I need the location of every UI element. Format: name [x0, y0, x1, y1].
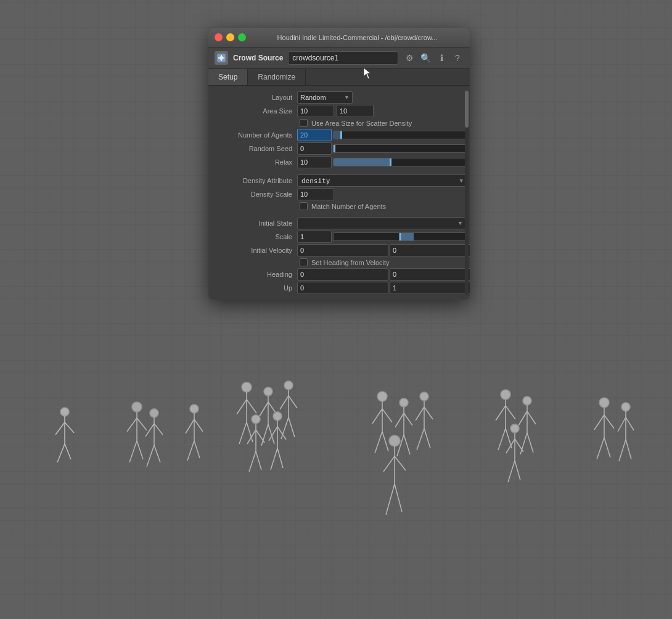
svg-line-40 — [281, 417, 289, 439]
num-agents-controls — [297, 129, 467, 141]
area-size-label: Area Size — [211, 107, 297, 115]
svg-line-46 — [249, 451, 256, 472]
initial-state-dropdown[interactable]: ▼ — [297, 217, 467, 229]
svg-point-109 — [219, 56, 223, 60]
random-seed-slider[interactable] — [333, 144, 467, 153]
svg-line-20 — [186, 419, 194, 433]
num-agents-label: Number of Agents — [211, 131, 297, 139]
area-size-controls — [297, 105, 467, 117]
svg-line-70 — [417, 428, 424, 450]
svg-line-28 — [239, 422, 247, 444]
scrollbar[interactable] — [465, 91, 469, 295]
initial-velocity-row: Initial Velocity — [208, 244, 470, 257]
svg-line-22 — [187, 441, 194, 461]
num-agents-input[interactable] — [297, 129, 332, 141]
titlebar: Houdini Indie Limited-Commercial - /obj/… — [208, 28, 470, 47]
content-area: Layout Random ▼ Area Size Use Area Size … — [208, 86, 470, 300]
svg-line-106 — [619, 440, 626, 461]
heading-y-input[interactable] — [390, 268, 470, 281]
scale-input[interactable] — [297, 231, 332, 243]
svg-line-101 — [604, 438, 610, 457]
svg-line-26 — [237, 400, 247, 414]
heading-x-input[interactable] — [297, 268, 388, 281]
density-scale-label: Density Scale — [211, 191, 297, 198]
svg-line-2 — [55, 422, 65, 435]
svg-line-69 — [424, 407, 433, 419]
svg-point-102 — [621, 403, 630, 411]
match-number-label: Match Number of Agents — [311, 203, 386, 210]
svg-line-41 — [289, 417, 295, 437]
svg-line-21 — [194, 419, 203, 432]
svg-line-5 — [65, 444, 71, 459]
svg-line-107 — [626, 440, 631, 459]
info-icon-button[interactable]: ℹ — [435, 52, 448, 64]
svg-point-24 — [242, 382, 252, 392]
svg-line-86 — [518, 411, 527, 425]
scale-slider[interactable] — [333, 232, 467, 241]
svg-line-32 — [260, 402, 268, 416]
use-area-size-label: Use Area Size for Scatter Density — [311, 120, 412, 127]
heading-row: Heading — [208, 268, 470, 281]
initial-velocity-controls — [297, 244, 470, 256]
svg-line-3 — [65, 422, 74, 433]
svg-line-100 — [597, 438, 604, 459]
relax-slider[interactable] — [333, 158, 467, 166]
tab-randomize[interactable]: Randomize — [248, 69, 306, 85]
svg-line-38 — [280, 396, 289, 409]
search-icon-button[interactable]: 🔍 — [419, 52, 432, 64]
svg-line-74 — [383, 456, 395, 472]
gear-icon-button[interactable]: ⚙ — [403, 52, 416, 64]
help-icon-button[interactable]: ? — [451, 52, 464, 64]
heading-controls — [297, 268, 470, 281]
velocity-x-input[interactable] — [297, 244, 388, 256]
relax-row: Relax — [208, 155, 470, 169]
num-agents-slider[interactable] — [333, 131, 467, 139]
layout-dropdown[interactable]: Random ▼ — [297, 91, 353, 104]
scroll-thumb[interactable] — [465, 91, 469, 128]
density-scale-input[interactable] — [297, 188, 334, 200]
window-title: Houdini Indie Limited-Commercial - /obj/… — [251, 34, 464, 41]
density-attr-dropdown[interactable]: density ▼ — [297, 174, 467, 187]
match-number-checkbox[interactable] — [300, 202, 308, 210]
svg-line-58 — [375, 432, 382, 453]
use-area-size-checkbox[interactable] — [300, 119, 308, 127]
close-button[interactable] — [215, 33, 223, 41]
traffic-lights — [215, 33, 246, 41]
svg-line-62 — [395, 413, 404, 427]
random-seed-label: Random Seed — [211, 145, 297, 152]
area-size-x-input[interactable] — [297, 105, 334, 117]
node-name-input[interactable] — [288, 51, 398, 65]
svg-point-30 — [264, 387, 272, 396]
up-y-input[interactable] — [390, 282, 470, 294]
header-icons: ⚙ 🔍 ℹ ? — [403, 52, 464, 64]
tab-setup[interactable]: Setup — [208, 69, 248, 85]
svg-line-23 — [194, 441, 200, 458]
node-type-label: Crowd Source — [233, 54, 283, 62]
state-dropdown-arrow: ▼ — [457, 220, 463, 226]
svg-line-15 — [154, 424, 163, 435]
node-header: Crowd Source ⚙ 🔍 ℹ ? — [208, 47, 470, 69]
density-dropdown-arrow: ▼ — [460, 178, 463, 184]
initial-velocity-label: Initial Velocity — [211, 247, 297, 254]
svg-line-45 — [256, 430, 264, 443]
relax-input[interactable] — [297, 156, 332, 168]
density-attr-row: Density Attribute density ▼ — [208, 174, 470, 187]
density-attr-label: Density Attribute — [211, 177, 297, 184]
svg-line-59 — [382, 432, 388, 451]
svg-line-76 — [386, 484, 395, 515]
svg-line-75 — [395, 456, 406, 470]
svg-line-105 — [626, 417, 634, 430]
spacer-2 — [208, 211, 470, 216]
svg-line-63 — [404, 413, 412, 425]
velocity-y-input[interactable] — [390, 244, 470, 256]
minimize-button[interactable] — [226, 33, 234, 41]
svg-point-0 — [60, 408, 69, 416]
up-row: Up — [208, 281, 470, 295]
random-seed-input[interactable] — [297, 142, 332, 155]
svg-line-17 — [154, 445, 160, 462]
maximize-button[interactable] — [238, 33, 246, 41]
layout-row: Layout Random ▼ — [208, 91, 470, 104]
area-size-y-input[interactable] — [337, 105, 374, 117]
up-x-input[interactable] — [297, 282, 388, 294]
set-heading-checkbox[interactable] — [300, 258, 308, 266]
